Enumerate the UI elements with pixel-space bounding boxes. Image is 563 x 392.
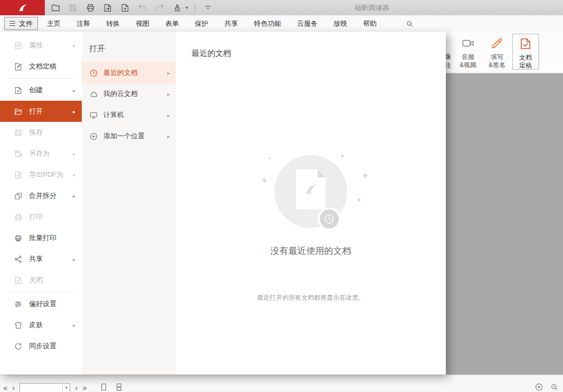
menu-item-open[interactable]: 打开 ▸ [0, 101, 82, 122]
tab-cloud-service[interactable]: 云服务 [297, 19, 318, 28]
open-item-cloud-docs[interactable]: 我的云文档 ▸ [82, 83, 175, 104]
submenu-arrow-icon: ▸ [73, 172, 75, 178]
hamburger-icon [9, 21, 15, 26]
tab-home[interactable]: 主页 [47, 19, 61, 28]
submenu-arrow-icon: ▸ [167, 70, 170, 76]
app-window: ▾ 福昕阅读器 文件 主页 注释 转换 视图 表单 保护 共享 特色功能 云服务… [0, 0, 563, 392]
audio-video-button[interactable]: 音频 &视频 [455, 34, 481, 70]
pan-tool-icon[interactable] [535, 383, 543, 392]
recent-panel-title: 最近的文档 [192, 49, 231, 59]
stamp-dropdown-caret-icon[interactable]: ▾ [186, 5, 188, 10]
submenu-arrow-icon: ▸ [73, 151, 75, 157]
menu-item-properties[interactable]: 属性 ▸ [0, 35, 82, 56]
first-page-button[interactable]: « [3, 383, 7, 392]
fill-sign-button[interactable]: 填写 &签名 [484, 34, 510, 70]
empty-state-subtitle: 最近打开的所有文档都将显示在这里。 [176, 293, 446, 302]
empty-state-illustration [274, 155, 347, 228]
submenu-arrow-icon: ▸ [73, 256, 75, 262]
audio-video-label: 音频 [462, 53, 474, 61]
tab-share[interactable]: 共享 [224, 19, 238, 28]
menubar: 文件 主页 注释 转换 视图 表单 保护 共享 特色功能 云服务 放映 帮助 [0, 15, 563, 32]
empty-state-title: 没有最近使用的文档 [176, 245, 446, 257]
customize-toolbar-icon[interactable] [202, 2, 214, 14]
print-icon[interactable] [84, 2, 96, 14]
clock-badge-icon [318, 207, 341, 231]
open-item-add-place[interactable]: 添加一个位置 ▸ [82, 126, 175, 147]
menu-item-skin[interactable]: 皮肤 ▸ [0, 314, 82, 336]
submenu-arrow-icon: ▸ [73, 193, 75, 199]
document-finalize-label: 文档 [519, 54, 532, 62]
menu-item-print[interactable]: 打印 [0, 206, 82, 227]
submenu-arrow-icon: ▸ [167, 133, 170, 139]
plus-decoration-icon: + [362, 170, 368, 181]
menu-item-finalize[interactable]: 文档定稿 [0, 56, 82, 77]
stamp-icon[interactable] [171, 2, 183, 14]
submenu-arrow-icon: ▸ [73, 322, 75, 328]
menu-item-merge-split[interactable]: 合并拆分 ▸ [0, 185, 82, 206]
ribbon-separator [539, 36, 540, 69]
document-check-icon [519, 37, 532, 53]
menu-item-batch-print[interactable]: 批量打印 [0, 227, 82, 248]
tab-slideshow[interactable]: 放映 [333, 19, 347, 28]
export-doc-icon[interactable] [102, 2, 113, 14]
document-finalize-label2: 定稿 [519, 62, 532, 70]
next-page-button[interactable]: › [75, 383, 78, 392]
menu-item-share[interactable]: 共享 ▸ [0, 248, 82, 270]
dot-decoration [269, 157, 271, 159]
foxit-logo[interactable] [0, 0, 45, 15]
empty-document-icon [296, 169, 326, 209]
file-menu-sidebar: 属性 ▸ 文档定稿 创建 ▸ 打开 ▸ 保存 [0, 32, 82, 375]
menu-item-export-pdf[interactable]: 导出PDF为 ▸ [0, 164, 82, 185]
file-menu-panel: 属性 ▸ 文档定稿 创建 ▸ 打开 ▸ 保存 [0, 32, 446, 375]
file-menu-button[interactable]: 文件 [4, 17, 38, 30]
tab-form[interactable]: 表单 [165, 19, 179, 28]
previous-page-button[interactable]: ‹ [12, 383, 15, 392]
open-file-icon[interactable] [50, 2, 61, 14]
menu-item-sync-settings[interactable]: 同步设置 [0, 336, 82, 357]
document-finalize-button[interactable]: 文档 定稿 [512, 34, 539, 70]
menu-item-save-as[interactable]: 另存为 ▸ [0, 143, 82, 164]
submenu-arrow-icon: ▸ [167, 91, 170, 97]
quick-access-toolbar: ▾ [50, 0, 214, 15]
zoom-out-icon[interactable] [550, 383, 559, 392]
tab-help[interactable]: 帮助 [363, 19, 377, 28]
tab-comment[interactable]: 注释 [77, 19, 90, 28]
tab-convert[interactable]: 转换 [106, 19, 120, 28]
undo-icon[interactable] [137, 2, 148, 14]
open-item-computer[interactable]: 计算机 ▸ [82, 104, 175, 126]
audio-video-label2: &视频 [460, 61, 476, 69]
tab-protect[interactable]: 保护 [195, 19, 208, 28]
plus-decoration-icon: + [340, 152, 345, 160]
save-icon[interactable] [67, 2, 79, 14]
tab-special-features[interactable]: 特色功能 [254, 19, 281, 28]
menu-item-close[interactable]: 关闭 [0, 270, 82, 291]
page-dropdown-caret-icon[interactable]: ▾ [62, 384, 70, 392]
menu-item-save[interactable]: 保存 [0, 122, 82, 143]
dot-decoration [357, 198, 360, 202]
open-panel-title: 打开 [89, 44, 175, 54]
toolbar-separator [195, 4, 195, 12]
submenu-arrow-icon: ▸ [167, 112, 170, 118]
video-camera-icon [461, 36, 475, 52]
search-icon[interactable] [405, 20, 414, 30]
page-number-combo: ▾ [20, 383, 70, 392]
menu-item-preferences[interactable]: 偏好设置 [0, 293, 82, 314]
tab-view[interactable]: 视图 [136, 19, 149, 28]
fill-sign-label: 填写 [491, 53, 503, 61]
recent-documents-panel: 最近的文档 + + + 没有最近使用的文档 最近打开的所有文档都将显示在这里。 [176, 32, 446, 375]
statusbar: « ‹ ▾ › » [0, 375, 563, 392]
titlebar: ▾ 福昕阅读器 [0, 0, 563, 15]
pencil-icon [490, 36, 504, 52]
menu-item-create[interactable]: 创建 ▸ [0, 80, 82, 101]
last-page-button[interactable]: » [82, 383, 87, 392]
open-panel: 打开 最近的文档 ▸ 我的云文档 ▸ 计算机 ▸ [82, 32, 176, 375]
page-number-input[interactable] [20, 384, 62, 392]
submenu-arrow-icon: ▸ [73, 109, 75, 114]
continuous-page-view-icon[interactable] [114, 383, 123, 392]
menu-separator [7, 78, 74, 79]
single-page-view-icon[interactable] [99, 383, 108, 392]
window-title: 福昕阅读器 [338, 0, 406, 15]
create-doc-icon[interactable] [119, 2, 131, 14]
redo-icon[interactable] [154, 2, 166, 14]
open-item-recent[interactable]: 最近的文档 ▸ [82, 62, 175, 83]
